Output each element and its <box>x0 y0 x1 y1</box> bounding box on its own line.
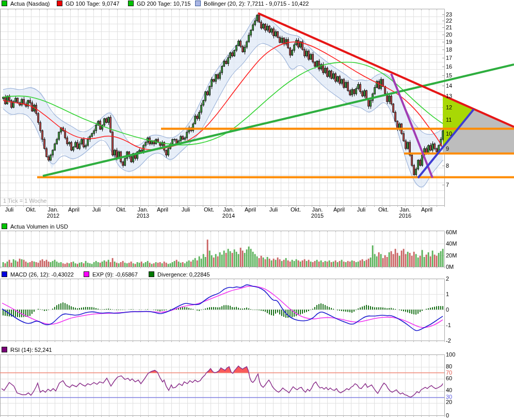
price-y-label: 9 <box>446 146 467 152</box>
price-y-label: 13 <box>446 93 467 99</box>
legend-divergence-label: Divergence: 0,22845 <box>157 271 210 278</box>
price-y-label: 14 <box>446 83 467 89</box>
legend-volume: Actua Volumen in USD <box>2 223 68 230</box>
x-axis-label: April <box>421 206 432 213</box>
x-axis-year-label: 2012 <box>47 213 59 219</box>
volume-y-label: 0M <box>446 264 467 270</box>
legend-gd200-label: GD 200 Tage: 10,715 <box>137 1 190 7</box>
legend-macd: MACD (26, 12): -0,43022 <box>2 271 74 278</box>
macd-y-label: 0 <box>446 306 467 313</box>
legend-gd100: GD 100 Tage: 9,0747 <box>57 1 119 7</box>
rsi-y-label: 40 <box>446 387 467 393</box>
price-y-label: 22 <box>446 18 467 24</box>
price-y-label: 11 <box>446 117 467 123</box>
legend-macd-label: MACD (26, 12): -0,43022 <box>10 271 74 278</box>
macd-y-label: 2 <box>446 276 467 282</box>
x-axis-label: Okt. <box>204 206 214 213</box>
rsi-y-label: 60 <box>446 375 467 381</box>
x-axis-label: Okt. <box>116 206 126 213</box>
legend-bollinger: Bollinger (20, 2): 7,7211 - 9,0715 - 10,… <box>195 1 309 7</box>
bollinger-legend-swatch <box>195 1 201 6</box>
actua-legend-swatch <box>2 1 7 6</box>
rsi-y-label: 0 <box>446 412 467 418</box>
rsi-y-label: 20 <box>446 399 467 405</box>
x-axis-label: Jan. <box>48 206 59 213</box>
stock-chart-page: Actua (Nasdaq) GD 100 Tage: 9,0747 GD 20… <box>0 0 514 420</box>
price-y-label: 16 <box>446 63 467 70</box>
legend-actua-label: Actua (Nasdaq) <box>10 1 50 7</box>
exp-legend-swatch <box>84 271 89 277</box>
x-axis-label: April <box>68 206 79 213</box>
legend-rsi: RSI (14): 52,241 <box>2 347 52 353</box>
legend-rsi-label: RSI (14): 52,241 <box>10 347 52 353</box>
x-axis-label: Juli <box>182 206 190 213</box>
price-y-label: 12 <box>446 104 467 110</box>
legend-bollinger-label: Bollinger (20, 2): 7,7211 - 9,0715 - 10,… <box>204 1 309 7</box>
macd-y-label: -2 <box>446 337 467 344</box>
volume-y-label: 60M <box>446 229 467 235</box>
price-y-label: 10 <box>446 131 467 137</box>
legend-actua: Actua (Nasdaq) <box>2 1 50 7</box>
x-axis-year-label: 2014 <box>222 213 235 219</box>
gd200-legend-swatch <box>128 1 134 6</box>
x-axis-label: April <box>245 206 256 213</box>
rsi-y-label: 100 <box>446 351 467 358</box>
price-y-label: 8 <box>446 163 467 169</box>
rsi-legend-swatch <box>2 347 7 352</box>
x-axis-label: Juli <box>5 206 14 213</box>
price-y-label: 7 <box>446 182 467 188</box>
volume-y-label: 40M <box>446 240 467 247</box>
x-axis-label: Jan. <box>312 206 323 213</box>
price-y-label: 20 <box>446 31 467 38</box>
legend-exp-label: EXP (9): -0,65867 <box>92 271 138 278</box>
x-axis-label: April <box>157 206 168 213</box>
x-axis-label: Juli <box>269 206 278 213</box>
x-axis-label: Jan. <box>223 206 234 213</box>
price-y-label: 21 <box>446 24 467 30</box>
volume-legend-swatch <box>2 223 7 229</box>
price-y-label: 23 <box>446 11 467 18</box>
legend-exp: EXP (9): -0,65867 <box>84 271 138 278</box>
divergence-legend-swatch <box>149 271 154 277</box>
legend-gd200: GD 200 Tage: 10,715 <box>128 1 190 7</box>
volume-y-label: 20M <box>446 252 467 259</box>
x-axis-label: Jan. <box>400 206 411 213</box>
x-axis-label: Jan. <box>138 206 149 213</box>
x-axis-label: Juli <box>92 206 101 213</box>
x-axis-label: Okt. <box>378 206 389 213</box>
price-y-label: 17 <box>446 55 467 61</box>
tick-note: 1 Tick = 1 Woche <box>3 198 46 204</box>
x-axis-label: Okt. <box>26 206 36 213</box>
x-axis-year-label: 2015 <box>311 213 324 219</box>
legend-gd100-label: GD 100 Tage: 9,0747 <box>66 1 119 7</box>
legend-volume-label: Actua Volumen in USD <box>10 223 68 230</box>
x-axis-label: Juli <box>357 206 366 213</box>
price-y-label: 19 <box>446 39 467 45</box>
macd-y-label: -1 <box>446 322 467 328</box>
x-axis-year-label: 2016 <box>399 213 411 219</box>
rsi-y-label: 80 <box>446 363 467 369</box>
x-axis-label: Okt. <box>291 206 301 213</box>
x-axis-year-label: 2013 <box>137 213 149 219</box>
gd100-legend-swatch <box>57 1 62 6</box>
legend-divergence: Divergence: 0,22845 <box>149 271 210 278</box>
price-y-label: 18 <box>446 46 467 53</box>
macd-legend-swatch <box>2 271 7 277</box>
price-y-label: 15 <box>446 72 467 78</box>
macd-y-label: 1 <box>446 291 467 297</box>
x-axis-label: April <box>333 206 345 213</box>
